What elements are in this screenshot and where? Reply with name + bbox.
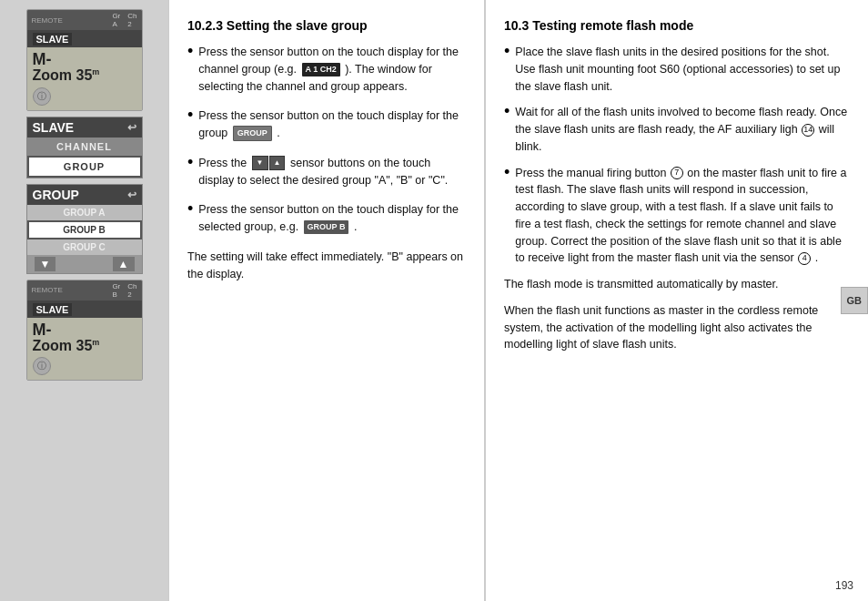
middle-plain-text: The setting will take effect immediately… xyxy=(187,249,466,283)
page-number: 193 xyxy=(835,579,853,592)
bullet-item-1: • Press the sensor button on the touch d… xyxy=(187,44,466,95)
zoom-text-2: M- xyxy=(33,321,136,338)
sensor-buttons-inline: ▼ ▲ xyxy=(252,156,286,170)
bullet-item-4: • Press the sensor button on the touch d… xyxy=(187,201,466,236)
device-screen-2: M- Zoom 35m ⓘ xyxy=(27,318,142,381)
right-panel: 10.3 Testing remote flash mode • Place t… xyxy=(486,0,868,601)
slave-label-2: SLAVE xyxy=(33,303,73,316)
right-bullet-dot-3: • xyxy=(504,164,510,180)
group-up-button[interactable]: ▲ xyxy=(113,257,135,271)
right-section-title: 10.3 Testing remote flash mode xyxy=(504,18,850,33)
bullet-dot-3: • xyxy=(187,154,193,170)
circle-4-icon: 4 xyxy=(798,252,811,265)
badge-a1ch2: A 1 CH2 xyxy=(302,63,340,77)
middle-panel: 10.2.3 Setting the slave group • Press t… xyxy=(169,0,485,601)
circle-7-icon: 7 xyxy=(671,167,683,179)
right-bullet-3: • Press the manual firing button 7 on th… xyxy=(504,165,850,268)
bullet-dot-1: • xyxy=(187,43,193,59)
device-display-1: REMOTE GrA Ch2 SLAVE M- Zoom 35m ⓘ xyxy=(26,9,143,111)
group-menu-item[interactable]: GROUP xyxy=(27,156,142,178)
device-header-2: REMOTE GrB Ch2 xyxy=(27,280,142,300)
right-bullet-2: • Wait for all of the flash units involv… xyxy=(504,104,850,155)
device-header-1: REMOTE GrA Ch2 xyxy=(27,10,142,30)
right-bullet-dot-1: • xyxy=(504,43,510,59)
remote-label-1: REMOTE xyxy=(32,16,63,25)
slave-menu-title: SLAVE ↩ xyxy=(27,117,142,138)
bullet-dot-2: • xyxy=(187,107,193,123)
back-arrow-icon: ↩ xyxy=(127,121,136,134)
group-down-button[interactable]: ▼ xyxy=(35,257,56,271)
group-back-arrow-icon: ↩ xyxy=(127,188,136,201)
channel-menu-item[interactable]: CHANNEL xyxy=(27,138,142,156)
middle-section-title: 10.2.3 Setting the slave group xyxy=(187,18,466,33)
info-icon-1: ⓘ xyxy=(33,87,51,106)
bullet-text-3: Press the ▼ ▲ sensor buttons on the touc… xyxy=(198,155,466,189)
bullet-item-3: • Press the ▼ ▲ sensor buttons on the to… xyxy=(187,155,466,189)
gb-tab: GB xyxy=(841,287,869,314)
badge-groupb: GROUP B xyxy=(304,220,349,235)
ch-label-1: Ch2 xyxy=(127,12,136,28)
group-option-b[interactable]: GROUP B xyxy=(27,220,142,239)
right-bullet-text-2: Wait for all of the flash units involved… xyxy=(515,104,850,155)
slave-menu: SLAVE ↩ CHANNEL GROUP xyxy=(26,117,143,178)
right-bullet-text-3: Press the manual firing button 7 on the … xyxy=(515,165,850,268)
info-icon-2: ⓘ xyxy=(33,357,51,375)
group-option-a[interactable]: GROUP A xyxy=(27,205,142,220)
zoom-line2-2: Zoom 35m xyxy=(33,338,136,354)
device-display-2: REMOTE GrB Ch2 SLAVE M- Zoom 35m ⓘ xyxy=(26,280,143,382)
gr-label-2: GrB xyxy=(112,282,120,299)
group-select-title: GROUP ↩ xyxy=(27,185,142,205)
gr-label-1: GrA xyxy=(112,12,120,28)
right-bullet-dot-2: • xyxy=(504,103,510,119)
right-plain-2: When the flash unit functions as master … xyxy=(504,302,850,353)
badge-group: GROUP xyxy=(233,126,272,142)
slave-label-1: SLAVE xyxy=(33,33,73,46)
bullet-text-1: Press the sensor button on the touch dis… xyxy=(198,44,466,95)
bullet-text-2: Press the sensor button on the touch dis… xyxy=(198,107,466,142)
ch-label-2: Ch2 xyxy=(127,282,136,299)
group-option-c[interactable]: GROUP C xyxy=(27,239,142,255)
bullet-dot-4: • xyxy=(187,200,193,217)
remote-label-2: REMOTE xyxy=(32,286,63,294)
bullet-text-4: Press the sensor button on the touch dis… xyxy=(198,201,466,236)
bullet-item-2: • Press the sensor button on the touch d… xyxy=(187,107,466,142)
device-screen-1: M- Zoom 35m ⓘ xyxy=(27,47,142,110)
right-bullet-1: • Place the slave flash units in the des… xyxy=(504,44,850,95)
sensor-up-icon: ▲ xyxy=(269,156,286,170)
zoom-line2-1: Zoom 35m xyxy=(33,67,136,84)
left-panel: REMOTE GrA Ch2 SLAVE M- Zoom 35m ⓘ SLAVE… xyxy=(0,0,168,601)
group-arrows: ▼ ▲ xyxy=(27,255,142,273)
circle-14-icon: 14 xyxy=(802,124,814,137)
right-plain-1: The flash mode is transmitted automatica… xyxy=(504,276,850,293)
sensor-down-icon: ▼ xyxy=(252,156,268,170)
zoom-text-1: M- xyxy=(33,51,136,67)
group-select-menu: GROUP ↩ GROUP A GROUP B GROUP C ▼ ▲ xyxy=(26,184,143,274)
right-bullet-text-1: Place the slave flash units in the desir… xyxy=(515,44,850,95)
